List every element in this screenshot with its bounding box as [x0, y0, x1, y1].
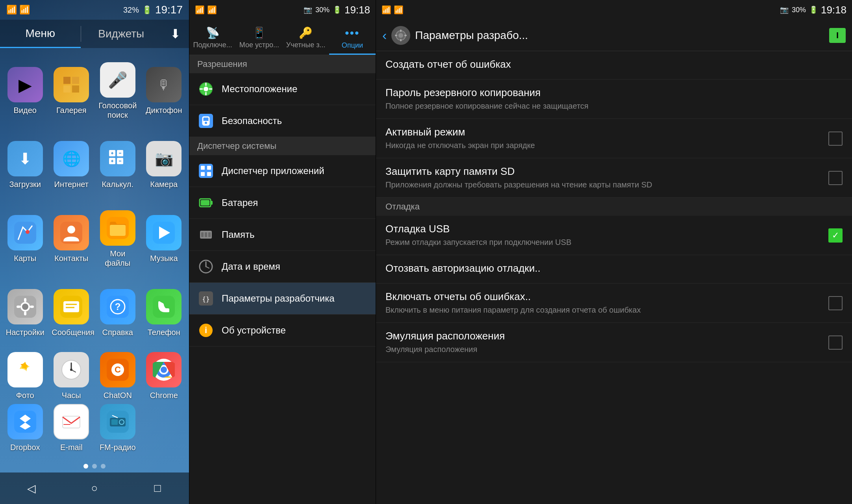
wifi-signal-icon: 📶 — [6, 5, 17, 15]
svg-rect-25 — [24, 311, 26, 315]
tab-device[interactable]: 📱 Мое устро... — [236, 20, 282, 55]
app-help-label: Справка — [102, 328, 133, 337]
svg-rect-67 — [207, 166, 211, 170]
app-video[interactable]: ▶ Видео — [4, 56, 46, 126]
app-myfiles[interactable]: Мои файлы — [96, 204, 139, 274]
dev-battery-icon: 🔋 — [809, 6, 818, 14]
settings-item-app-manager[interactable]: Диспетчер приложений — [189, 155, 376, 187]
battery-label: Батарея — [222, 197, 258, 208]
settings-item-developer[interactable]: {} Параметры разработчика — [189, 283, 376, 315]
dev-active-mode-checkbox[interactable] — [828, 132, 843, 146]
svg-rect-69 — [207, 172, 211, 176]
app-dropbox[interactable]: Dropbox — [4, 404, 46, 452]
dev-item-revoke-debug[interactable]: Отозвать авторизацию отладки.. — [376, 255, 852, 284]
system-manager-label: Диспетчер системы — [197, 141, 276, 151]
app-clock[interactable]: Часы — [50, 352, 93, 400]
app-music[interactable]: Музыка — [143, 204, 185, 274]
app-maps[interactable]: Карты — [4, 204, 46, 274]
app-email[interactable]: E-mail — [50, 404, 93, 452]
svg-rect-14 — [14, 222, 36, 244]
app-video-label: Видео — [14, 106, 37, 115]
svg-rect-26 — [17, 306, 20, 308]
app-gallery-icon — [54, 67, 89, 102]
dev-wifi-icon: 📶 — [382, 5, 391, 15]
tab-accounts-icon: 🔑 — [299, 26, 313, 39]
svg-rect-27 — [30, 306, 34, 308]
svg-rect-66 — [201, 166, 205, 170]
svg-text:C: C — [115, 365, 121, 374]
dev-error-reports-checkbox[interactable] — [828, 296, 843, 310]
permissions-section-header: Разрешения — [189, 55, 376, 73]
dev-item-backup-password[interactable]: Пароль резервного копирования Полное рез… — [376, 80, 852, 119]
tab-accounts[interactable]: 🔑 Учетные з... — [283, 20, 329, 55]
app-dictaphone[interactable]: 🎙 Диктофон — [143, 56, 185, 126]
app-settings[interactable]: Настройки — [4, 278, 46, 348]
app-fmradio[interactable]: FM-радио — [96, 404, 139, 452]
dev-back-button[interactable]: ‹ — [382, 28, 387, 43]
app-photos[interactable]: Фото — [4, 352, 46, 400]
dev-item-protect-sd[interactable]: Защитить карту памяти SD Приложения долж… — [376, 158, 852, 198]
dev-item-usb-debug[interactable]: Отладка USB Режим отладки запускается пр… — [376, 216, 852, 255]
dev-mock-location-title: Эмуляция расположения — [385, 330, 843, 342]
dev-protect-sd-checkbox[interactable] — [828, 171, 843, 185]
dev-item-error-reports[interactable]: Включать отчеты об ошибках.. Включить в … — [376, 284, 852, 323]
svg-rect-19 — [110, 225, 126, 236]
home-button[interactable]: ○ — [83, 480, 106, 496]
back-button[interactable]: ◁ — [20, 480, 43, 496]
app-photos-label: Фото — [16, 391, 34, 400]
tab-options[interactable]: ••• Опции — [329, 20, 376, 55]
dev-status-left: 📶 📶 — [382, 5, 404, 15]
app-voice-label: Голосовой поиск — [98, 101, 137, 120]
tab-menu[interactable]: Меню — [0, 20, 81, 48]
dev-protect-sd-title: Защитить карту памяти SD — [385, 165, 843, 178]
app-messages[interactable]: Сообщения — [50, 278, 93, 348]
app-camera[interactable]: 📷 Камера — [143, 130, 185, 200]
page-dots — [0, 460, 189, 472]
tab-widgets[interactable]: Виджеты — [81, 20, 162, 48]
settings-item-security[interactable]: Безопасность — [189, 105, 376, 137]
app-calc[interactable]: Калькул. — [96, 130, 139, 200]
system-manager-header: Диспетчер системы — [189, 137, 376, 155]
svg-text:?: ? — [115, 301, 120, 312]
settings-item-location[interactable]: Местоположение — [189, 73, 376, 105]
app-contacts[interactable]: Контакты — [50, 204, 93, 274]
dev-usb-debug-checkbox[interactable]: ✓ — [828, 228, 843, 243]
svg-rect-76 — [208, 232, 211, 237]
app-gallery[interactable]: Галерея — [50, 56, 93, 126]
dev-mock-location-checkbox[interactable] — [828, 335, 843, 350]
svg-point-53 — [119, 420, 124, 424]
recents-button[interactable]: □ — [146, 480, 169, 496]
settings-battery-icon: 🔋 — [333, 6, 341, 14]
app-video-icon: ▶ — [7, 67, 43, 102]
dev-item-active-mode[interactable]: Активный режим Никогда не отключать экра… — [376, 119, 852, 158]
app-messages-icon — [54, 289, 89, 324]
home-time: 19:17 — [155, 4, 183, 16]
dev-item-mock-location[interactable]: Эмуляция расположения Эмуляция расположе… — [376, 323, 852, 362]
app-downloads[interactable]: ⬇ Загрузки — [4, 130, 46, 200]
dev-backup-password-subtitle: Полное резервное копирование сейчас не з… — [385, 100, 843, 111]
tab-connections-icon: 📡 — [206, 26, 220, 39]
tab-connections[interactable]: 📡 Подключе... — [189, 20, 236, 55]
settings-item-datetime[interactable]: Дата и время — [189, 251, 376, 283]
home-screen: 📶 📶 32% 🔋 19:17 Меню Виджеты ⬇ ▶ Видео — [0, 0, 189, 504]
settings-item-memory[interactable]: Память — [189, 219, 376, 251]
svg-rect-3 — [72, 85, 79, 93]
tab-download-btn[interactable]: ⬇ — [161, 20, 189, 48]
svg-text:{}: {} — [202, 295, 209, 303]
dev-item-bug-report[interactable]: Создать отчет об ошибках — [376, 51, 852, 80]
home-status-bar: 📶 📶 32% 🔋 19:17 — [0, 0, 189, 20]
settings-item-battery[interactable]: Батарея — [189, 187, 376, 219]
app-chaton[interactable]: C ChatON — [96, 352, 139, 400]
settings-item-about[interactable]: i Об устройстве — [189, 315, 376, 346]
app-internet[interactable]: 🌐 Интернет — [50, 130, 93, 200]
svg-rect-49 — [63, 424, 70, 425]
svg-point-46 — [161, 367, 167, 373]
app-phone[interactable]: Телефон — [143, 278, 185, 348]
app-chrome[interactable]: Chrome — [143, 352, 185, 400]
svg-rect-29 — [63, 301, 79, 312]
about-icon: i — [197, 322, 215, 339]
memory-label: Память — [222, 229, 255, 240]
location-icon — [197, 80, 215, 98]
app-voice[interactable]: 🎤 Голосовой поиск — [96, 56, 139, 126]
app-help[interactable]: ? Справка — [96, 278, 139, 348]
